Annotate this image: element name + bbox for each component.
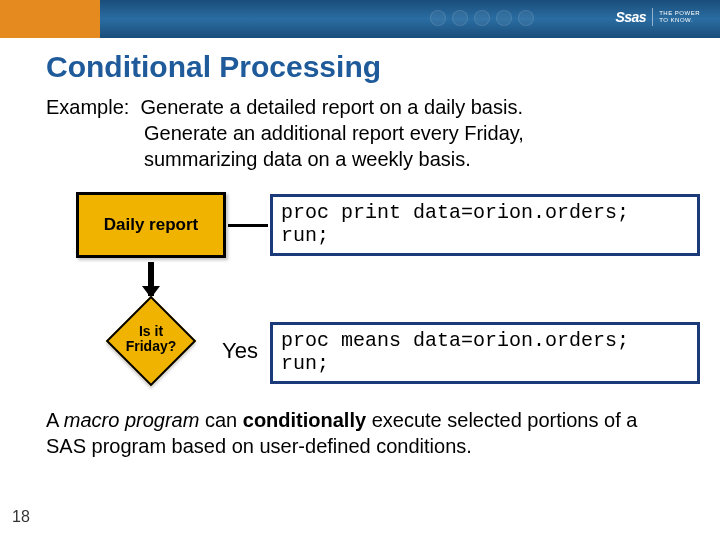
yes-label: Yes xyxy=(222,338,258,364)
bold-conditionally: conditionally xyxy=(243,409,366,431)
logo-divider xyxy=(652,8,653,26)
decision-diamond: Is it Friday? xyxy=(101,304,201,378)
example-line3: summarizing data on a weekly basis. xyxy=(46,146,680,172)
sas-logo: Ssas THE POWER TO KNOW. xyxy=(615,8,700,26)
example-line1: Generate a detailed report on a daily ba… xyxy=(141,96,523,118)
summary-text: A macro program can conditionally execut… xyxy=(0,406,720,459)
slide-title: Conditional Processing xyxy=(0,38,720,88)
example-label: Example: xyxy=(46,94,129,120)
decorative-dots xyxy=(430,10,534,26)
header-bar: Ssas THE POWER TO KNOW. xyxy=(0,0,720,38)
logo-brand-text: Ssas xyxy=(615,9,646,25)
code-box-print: proc print data=orion.orders; run; xyxy=(270,194,700,256)
code-box-means: proc means data=orion.orders; run; xyxy=(270,322,700,384)
daily-report-box: Daily report xyxy=(76,192,226,258)
flowchart: Daily report proc print data=orion.order… xyxy=(0,186,720,406)
example-line2: Generate an additional report every Frid… xyxy=(46,120,680,146)
slide-number: 18 xyxy=(12,508,30,526)
connector-line-right xyxy=(228,224,268,227)
example-text: Example: Generate a detailed report on a… xyxy=(0,88,720,172)
diamond-text: Is it Friday? xyxy=(101,324,201,355)
arrow-down-icon xyxy=(148,262,154,296)
logo-tagline: THE POWER TO KNOW. xyxy=(659,10,700,24)
orange-accent xyxy=(0,0,100,38)
italic-macro-program: macro program xyxy=(64,409,200,431)
